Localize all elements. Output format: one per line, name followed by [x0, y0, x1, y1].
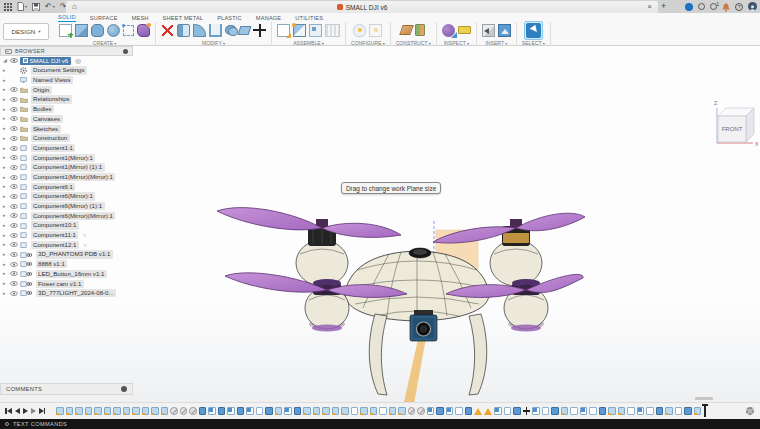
group-label-assemble[interactable]: ASSEMBLE — [293, 40, 324, 46]
browser-item-3d-phantom3-pdb-v1-1[interactable]: ▸3D_PHANTOM3 PDB v1:1 — [0, 250, 133, 260]
expand-icon[interactable]: ▸ — [3, 163, 7, 172]
sync-status-icon[interactable]: ◎ — [75, 57, 81, 65]
expand-icon[interactable]: ▸ — [3, 66, 7, 75]
update-badge-icon[interactable]: ○ — [83, 232, 86, 238]
browser-item-component11-1[interactable]: ▸Component11:1○ — [0, 230, 133, 240]
expand-icon[interactable]: ▸ — [3, 114, 7, 123]
feature-icon[interactable] — [303, 407, 311, 415]
feature-dark-icon[interactable] — [684, 407, 692, 415]
go-to-end-icon[interactable] — [39, 408, 46, 414]
move-feature-icon[interactable] — [523, 407, 531, 415]
feature-icon[interactable] — [608, 407, 616, 415]
sketch-icon[interactable] — [351, 407, 359, 415]
browser-item-component12-1[interactable]: ▸Component12:1○ — [0, 240, 133, 250]
text-commands-icon[interactable] — [5, 422, 9, 426]
expand-icon[interactable]: ▸ — [3, 182, 7, 191]
feature-dark-icon[interactable] — [218, 407, 226, 415]
bell-icon[interactable] — [722, 0, 730, 16]
comments-bar[interactable]: COMMENTS — [0, 383, 133, 395]
eye-icon[interactable] — [10, 291, 18, 296]
measure-icon[interactable] — [442, 24, 455, 37]
browser-item-origin[interactable]: ▸Origin — [0, 85, 133, 95]
feature-icon[interactable] — [370, 407, 378, 415]
plane-feature-icon[interactable] — [284, 407, 292, 415]
eye-icon[interactable] — [10, 175, 18, 180]
browser-item-component1-mirror-1-1[interactable]: ▸Component1(Mirror) (1):1 — [0, 163, 133, 173]
sketch-icon[interactable] — [570, 407, 578, 415]
eye-icon[interactable] — [10, 126, 18, 131]
browser-item-component6-mirror-1-1[interactable]: ▸Component6(Mirror) (1):1 — [0, 201, 133, 211]
feature-icon[interactable] — [665, 407, 673, 415]
ribbon-tab-manage[interactable]: MANAGE — [256, 15, 281, 22]
eye-icon[interactable] — [10, 252, 18, 257]
eye-icon[interactable] — [10, 271, 18, 276]
feature-dark-icon[interactable] — [656, 407, 664, 415]
step-forward-icon[interactable] — [31, 408, 36, 414]
propeller[interactable] — [516, 213, 585, 231]
new-component-icon[interactable] — [277, 24, 290, 37]
eye-icon[interactable] — [10, 136, 18, 141]
eye-icon[interactable] — [10, 87, 18, 92]
eye-icon[interactable] — [10, 165, 18, 170]
expand-icon[interactable]: ▸ — [3, 260, 7, 269]
feature-icon[interactable] — [275, 407, 283, 415]
avatar[interactable] — [748, 2, 757, 11]
feature-icon[interactable] — [161, 407, 169, 415]
sketch-dimension-icon[interactable] — [123, 25, 134, 36]
ribbon-tab-plastic[interactable]: PLASTIC — [217, 15, 242, 22]
drone-model[interactable] — [205, 188, 590, 429]
expand-icon[interactable]: ▸ — [3, 289, 7, 298]
timeline-scrollbar[interactable] — [695, 397, 713, 400]
text-commands-label[interactable]: TEXT COMMANDS — [13, 421, 67, 427]
expand-icon[interactable]: ▸ — [3, 192, 7, 201]
expand-icon[interactable]: ▸ — [3, 124, 7, 133]
close-tab-icon[interactable]: × — [647, 1, 652, 13]
browser-item-construction[interactable]: ▸Construction — [0, 134, 133, 144]
browser-item-8888-v1-1[interactable]: ▸8888 v1:1 — [0, 259, 133, 269]
eye-icon[interactable] — [10, 213, 18, 218]
feature-icon[interactable] — [104, 407, 112, 415]
group-label-inspect[interactable]: INSPECT — [444, 40, 469, 46]
plane-feature-icon[interactable] — [446, 407, 454, 415]
expand-icon[interactable]: ▸ — [3, 85, 7, 94]
notifications-icon[interactable]: 1 — [710, 3, 717, 10]
plane-feature-icon[interactable] — [494, 407, 502, 415]
expand-icon[interactable]: ▸ — [3, 279, 7, 288]
eye-icon[interactable] — [10, 223, 18, 228]
eye-icon[interactable] — [10, 242, 18, 247]
joint-icon[interactable] — [293, 24, 306, 37]
landing-leg[interactable] — [469, 314, 487, 395]
feature-icon[interactable] — [398, 407, 406, 415]
eye-icon[interactable] — [10, 107, 18, 112]
group-label-modify[interactable]: MODIFY — [202, 40, 225, 46]
sketch-icon[interactable] — [589, 407, 597, 415]
expand-icon[interactable]: ▸ — [3, 105, 7, 114]
warning-icon[interactable] — [474, 408, 482, 415]
landing-leg[interactable] — [369, 314, 387, 395]
eye-icon[interactable] — [10, 146, 18, 151]
ribbon-tab-mesh[interactable]: MESH — [132, 15, 149, 22]
feature-icon[interactable] — [322, 407, 330, 415]
feature-dark-icon[interactable] — [294, 407, 302, 415]
sketch-icon[interactable] — [455, 407, 463, 415]
select-tool-button[interactable] — [524, 21, 543, 40]
canvas-icon[interactable] — [180, 407, 188, 415]
select-icon[interactable] — [526, 23, 541, 38]
plane-feature-icon[interactable] — [227, 407, 235, 415]
app-grid-icon[interactable] — [4, 3, 12, 11]
viewcube-front-face[interactable]: FRONT — [722, 126, 743, 132]
group-label-create[interactable]: CREATE — [93, 40, 116, 46]
configuration-table-icon[interactable] — [369, 24, 382, 37]
offset-face-icon[interactable] — [238, 26, 252, 35]
browser-item-component1-mirror-mirror-1[interactable]: ▸Component1(Mirror)(Mirror):1 — [0, 172, 133, 182]
group-label-insert[interactable]: INSERT — [485, 40, 507, 46]
feature-icon[interactable] — [332, 407, 340, 415]
browser-item-canvases[interactable]: ▸Canvases — [0, 114, 133, 124]
group-label-select[interactable]: SELECT — [522, 40, 545, 46]
expand-icon[interactable]: ▸ — [3, 144, 7, 153]
feature-icon[interactable] — [132, 407, 140, 415]
feature-icon[interactable] — [123, 407, 131, 415]
expand-icon[interactable]: ▸ — [3, 221, 7, 230]
browser-item-fixeer-cam-v1-1[interactable]: ▸Fixeer cam v1:1 — [0, 279, 133, 289]
feature-icon[interactable] — [341, 407, 349, 415]
